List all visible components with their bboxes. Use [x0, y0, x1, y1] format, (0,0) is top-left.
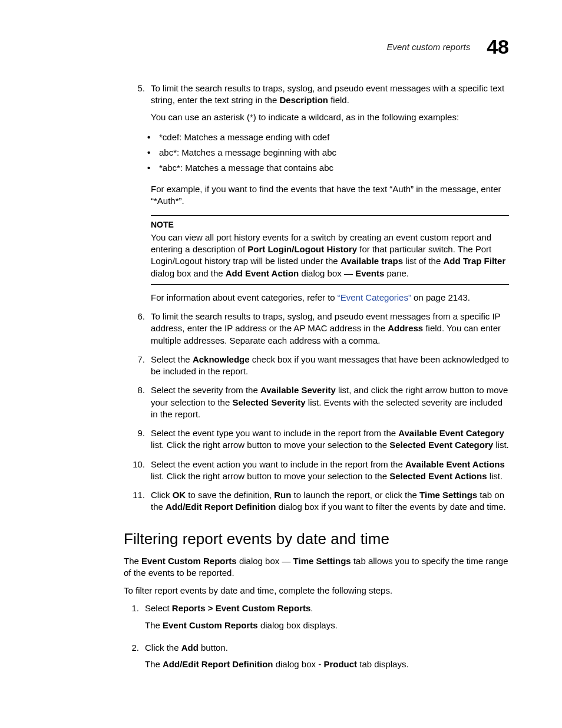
list-item: 9.Select the event type you want to incl… [130, 427, 509, 452]
after-note-para: For information about event categories, … [151, 292, 509, 304]
note-text: You can view all port history events for… [151, 232, 509, 279]
text-run: The [124, 556, 141, 566]
list-item: 10.Select the event action you want to i… [130, 459, 509, 483]
bold-text: Add [181, 643, 199, 653]
paragraph: Select Reports > Event Custom Reports. [145, 602, 509, 614]
text-run: Click [151, 490, 173, 500]
section-intro-2: To filter report events by date and time… [124, 585, 509, 597]
text-run: The [145, 659, 163, 669]
text-run: Click the [145, 643, 181, 653]
text-run: dialog box — [299, 268, 355, 278]
header-section: Event custom reports [386, 42, 470, 52]
cross-reference-link[interactable]: “Event Categories” [338, 292, 411, 302]
paragraph: Click OK to save the definition, Run to … [151, 489, 509, 513]
text-run: dialog box - [273, 659, 324, 669]
bold-text: Port Login/Logout History [247, 244, 357, 254]
paragraph: Select the event type you want to includ… [151, 427, 509, 452]
list-number: 9. [130, 427, 145, 452]
list-number: 10. [130, 459, 145, 483]
header-chapter-number: 48 [487, 35, 509, 58]
text-run: field. [328, 95, 349, 105]
paragraph: Select the severity from the Available S… [151, 384, 509, 420]
bold-text: Time Settings [419, 490, 477, 500]
paragraph: To limit the search results to traps, sy… [151, 311, 509, 347]
bold-text: Run [274, 490, 291, 500]
bold-text: Time Settings [293, 556, 351, 566]
list-body: Select the severity from the Available S… [151, 384, 509, 420]
paragraph: For example, if you want to find the eve… [151, 183, 509, 207]
text-run: list of the [403, 256, 443, 266]
bold-text: Available Event Category [398, 428, 504, 438]
paragraph: Select the Acknowledge check box if you … [151, 354, 509, 378]
text-run: on page 2143. [411, 292, 470, 302]
list-body: Select the event action you want to incl… [151, 459, 509, 483]
page: Event custom reports 48 5.To limit the s… [0, 0, 562, 728]
list-body: Click the Add button.The Add/Edit Report… [145, 642, 509, 679]
text-run: You can use an asterisk (*) to indicate … [151, 112, 459, 122]
paragraph: Click the Add button. [145, 642, 509, 654]
text-run: Select the [151, 354, 193, 364]
list-item: 7.Select the Acknowledge check box if yo… [130, 354, 509, 378]
text-run: To filter report events by date and time… [124, 585, 392, 595]
list-item: 5.To limit the search results to traps, … [130, 83, 509, 128]
text-run: Select the event action you want to incl… [151, 459, 405, 469]
list-number: 6. [130, 311, 145, 347]
text-run: . [310, 603, 313, 613]
list-body: Click OK to save the definition, Run to … [151, 489, 509, 513]
bold-text: Events [355, 268, 384, 278]
section-intro-1: The Event Custom Reports dialog box — Ti… [124, 555, 509, 579]
paragraph: Select the event action you want to incl… [151, 459, 509, 483]
list-body: To limit the search results to traps, sy… [151, 311, 509, 347]
bold-text: Selected Event Actions [389, 471, 487, 481]
list-number: 8. [130, 384, 145, 420]
bullet-list: *cdef: Matches a message ending with cde… [147, 131, 509, 174]
text-run: list. Click the right arrow button to mo… [151, 440, 389, 450]
note-box: NOTE You can view all port history event… [151, 215, 509, 285]
list-number: 2. [124, 642, 139, 679]
text-run: list. [493, 440, 509, 450]
bold-text: Available traps [340, 256, 403, 266]
text-run: button. [199, 643, 228, 653]
bold-text: Address [388, 323, 423, 333]
text-run: to save the definition, [186, 490, 274, 500]
text-run: pane. [384, 268, 409, 278]
text-run: The [145, 620, 163, 630]
bold-text: Product [323, 659, 357, 669]
list-body: Select the Acknowledge check box if you … [151, 354, 509, 378]
paragraph: To limit the search results to traps, sy… [151, 83, 509, 107]
list-body: Select the event type you want to includ… [151, 427, 509, 452]
bold-text: Add Event Action [226, 268, 299, 278]
bold-text: Description [279, 95, 328, 105]
text-run: Select the event type you want to includ… [151, 428, 398, 438]
bold-text: OK [173, 490, 186, 500]
text-run: For information about event categories, … [151, 292, 338, 302]
bold-text: Available Event Actions [405, 459, 505, 469]
paragraph: The Add/Edit Report Definition dialog bo… [145, 658, 509, 670]
text-run: tab displays. [357, 659, 409, 669]
bold-text: Add/Edit Report Definition [166, 502, 276, 512]
note-label: NOTE [151, 219, 509, 230]
paragraph: You can use an asterisk (*) to indicate … [151, 111, 509, 123]
text-run: dialog box displays. [258, 620, 338, 630]
list-item: 2.Click the Add button.The Add/Edit Repo… [124, 642, 509, 679]
bold-text: Acknowledge [193, 354, 250, 364]
list-item: 1.Select Reports > Event Custom Reports.… [124, 602, 509, 640]
text-run: For example, if you want to find the eve… [151, 184, 501, 206]
list-number: 7. [130, 354, 145, 378]
list-number: 11. [130, 489, 145, 513]
bold-text: Event Custom Reports [141, 556, 237, 566]
running-header: Event custom reports 48 [386, 35, 509, 58]
text-run: dialog box and the [151, 268, 226, 278]
list-item: 8.Select the severity from the Available… [130, 384, 509, 420]
bold-text: Reports > Event Custom Reports [172, 603, 310, 613]
bold-text: Event Custom Reports [163, 620, 258, 630]
text-run: Select the severity from the [151, 385, 260, 395]
text-run: dialog box — [237, 556, 293, 566]
bullet-item: abc*: Matches a message beginning with a… [147, 147, 509, 159]
bold-text: Add/Edit Report Definition [163, 659, 273, 669]
text-run: to launch the report, or click the [291, 490, 419, 500]
bullet-item: *cdef: Matches a message ending with cde… [147, 131, 509, 143]
bold-text: Selected Severity [232, 397, 305, 407]
bold-text: Selected Event Category [389, 440, 493, 450]
text-run: list. [487, 471, 503, 481]
